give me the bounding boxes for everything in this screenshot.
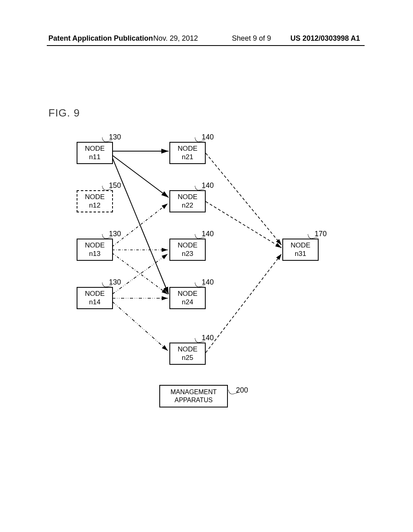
node-n31: NODE n31 <box>282 239 319 261</box>
node-label: NODE <box>283 241 318 249</box>
svg-line-11 <box>206 254 282 353</box>
svg-line-3 <box>112 204 168 247</box>
node-n25: NODE n25 <box>169 343 206 365</box>
mgmt-label-2: APPARATUS <box>160 396 227 404</box>
node-n24: NODE n24 <box>169 287 206 309</box>
figure-diagram: NODE n11 130 NODE n12 150 NODE n13 130 N… <box>60 133 323 423</box>
node-id: n11 <box>77 153 112 161</box>
figure-label: FIG. 9 <box>48 107 80 119</box>
node-n11: NODE n11 <box>77 142 113 164</box>
node-label: NODE <box>77 241 112 249</box>
node-id: n23 <box>170 249 205 258</box>
node-n13: NODE n13 <box>77 239 113 261</box>
node-label: NODE <box>170 144 205 153</box>
node-n22: NODE n22 <box>169 190 206 212</box>
node-label: NODE <box>170 241 205 249</box>
svg-line-1 <box>112 155 169 197</box>
node-id: n24 <box>170 298 205 306</box>
node-n21: NODE n21 <box>169 142 206 164</box>
node-id: n21 <box>170 153 205 161</box>
node-label: NODE <box>170 345 205 353</box>
node-n12: NODE n12 <box>77 190 113 212</box>
node-id: n25 <box>170 353 205 362</box>
node-id: n31 <box>283 249 318 258</box>
svg-line-5 <box>112 253 168 294</box>
publication-date: Nov. 29, 2012 <box>153 34 198 43</box>
svg-line-8 <box>112 301 168 351</box>
publication-type: Patent Application Publication <box>48 34 153 43</box>
node-id: n12 <box>77 201 112 210</box>
node-id: n13 <box>77 249 112 258</box>
publication-number: US 2012/0303998 A1 <box>290 34 360 43</box>
management-apparatus: MANAGEMENT APPARATUS <box>159 385 228 407</box>
node-label: NODE <box>77 289 112 298</box>
svg-line-9 <box>206 153 282 245</box>
svg-line-2 <box>112 157 169 294</box>
connections-svg <box>60 133 323 423</box>
node-id: n14 <box>77 298 112 306</box>
mgmt-label-1: MANAGEMENT <box>160 388 227 396</box>
node-n23: NODE n23 <box>169 239 206 261</box>
node-id: n22 <box>170 201 205 210</box>
node-n14: NODE n14 <box>77 287 113 309</box>
node-label: NODE <box>77 144 112 153</box>
svg-line-10 <box>206 202 282 248</box>
node-label: NODE <box>170 193 205 201</box>
ref-management: 200 <box>236 386 248 395</box>
sheet-number: Sheet 9 of 9 <box>232 34 271 43</box>
node-label: NODE <box>170 289 205 298</box>
svg-line-6 <box>112 254 168 294</box>
header-rule <box>47 45 365 46</box>
node-label: NODE <box>77 193 112 201</box>
